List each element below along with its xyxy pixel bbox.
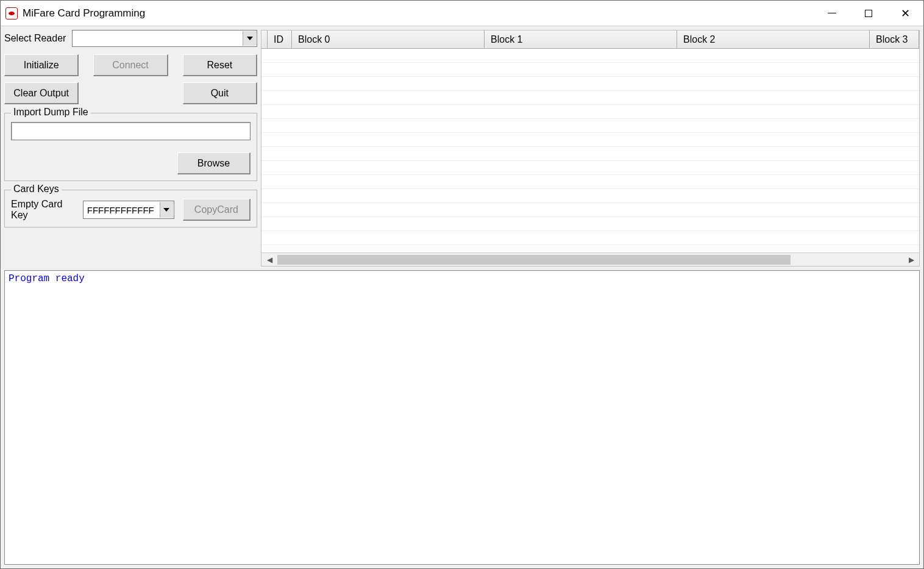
- close-button[interactable]: ✕: [887, 1, 923, 26]
- top-row: Select Reader Initialize Connect Reset C…: [4, 30, 920, 267]
- table-row: [261, 203, 919, 217]
- close-icon: ✕: [901, 8, 910, 19]
- reader-combo[interactable]: [72, 30, 257, 47]
- import-legend: Import Dump File: [11, 107, 91, 118]
- import-path-input[interactable]: [11, 122, 251, 140]
- button-grid: Initialize Connect Reset Clear Output Qu…: [4, 54, 257, 104]
- table-row: [261, 161, 919, 175]
- initialize-button[interactable]: Initialize: [4, 54, 79, 76]
- import-group: Import Dump File Browse: [4, 113, 257, 181]
- table-row: [261, 105, 919, 119]
- titlebar: MiFare Card Programming ✕: [1, 1, 923, 26]
- block-grid: ID Block 0 Block 1 Block 2 Block 3: [261, 30, 920, 267]
- empty-key-label: Empty Card Key: [11, 199, 77, 221]
- scroll-track[interactable]: [277, 255, 903, 265]
- table-row: [261, 91, 919, 105]
- col-block1[interactable]: Block 1: [485, 30, 677, 48]
- table-row: [261, 175, 919, 189]
- table-row: [261, 119, 919, 133]
- empty-key-value: FFFFFFFFFFFF: [87, 205, 154, 215]
- col-block2[interactable]: Block 2: [677, 30, 870, 48]
- connect-button[interactable]: Connect: [93, 54, 168, 76]
- chevron-down-icon: [243, 31, 256, 46]
- reset-button[interactable]: Reset: [183, 54, 257, 76]
- horizontal-scrollbar[interactable]: ◀ ▶: [261, 252, 919, 266]
- left-panel: Select Reader Initialize Connect Reset C…: [4, 30, 257, 267]
- table-row: [261, 147, 919, 161]
- table-row: [261, 49, 919, 63]
- col-block3[interactable]: Block 3: [870, 30, 919, 48]
- table-row: [261, 77, 919, 91]
- window-controls: ✕: [814, 1, 923, 26]
- output-console[interactable]: Program ready: [4, 270, 920, 565]
- keys-group: Card Keys Empty Card Key FFFFFFFFFFFF Co…: [4, 190, 257, 227]
- empty-key-combo[interactable]: FFFFFFFFFFFF: [83, 201, 174, 219]
- browse-button[interactable]: Browse: [177, 152, 251, 174]
- client-area: Select Reader Initialize Connect Reset C…: [1, 26, 923, 568]
- grid-rows: [261, 49, 919, 245]
- scroll-thumb[interactable]: [277, 255, 791, 265]
- table-row: [261, 63, 919, 77]
- grid-header: ID Block 0 Block 1 Block 2 Block 3: [261, 30, 919, 49]
- copycard-button[interactable]: CopyCard: [183, 199, 251, 221]
- reader-row: Select Reader: [4, 30, 257, 47]
- grid-corner: [261, 30, 268, 48]
- col-id[interactable]: ID: [268, 30, 292, 48]
- app-icon: [5, 7, 18, 20]
- chevron-down-icon: [160, 202, 173, 218]
- grid-body[interactable]: [261, 49, 919, 252]
- keys-legend: Card Keys: [11, 184, 62, 195]
- table-row: [261, 217, 919, 231]
- scroll-left-icon[interactable]: ◀: [264, 254, 275, 265]
- maximize-icon: [865, 10, 872, 17]
- app-window: MiFare Card Programming ✕ Select Reader …: [0, 0, 924, 569]
- reader-label: Select Reader: [4, 33, 66, 44]
- table-row: [261, 133, 919, 147]
- minimize-icon: [828, 13, 836, 14]
- minimize-button[interactable]: [814, 1, 850, 26]
- table-row: [261, 189, 919, 203]
- table-row: [261, 231, 919, 245]
- console-line: Program ready: [9, 273, 85, 284]
- window-title: MiFare Card Programming: [23, 7, 145, 20]
- scroll-right-icon[interactable]: ▶: [906, 254, 917, 265]
- col-block0[interactable]: Block 0: [292, 30, 485, 48]
- quit-button[interactable]: Quit: [183, 82, 257, 104]
- maximize-button[interactable]: [850, 1, 887, 26]
- clear-output-button[interactable]: Clear Output: [4, 82, 79, 104]
